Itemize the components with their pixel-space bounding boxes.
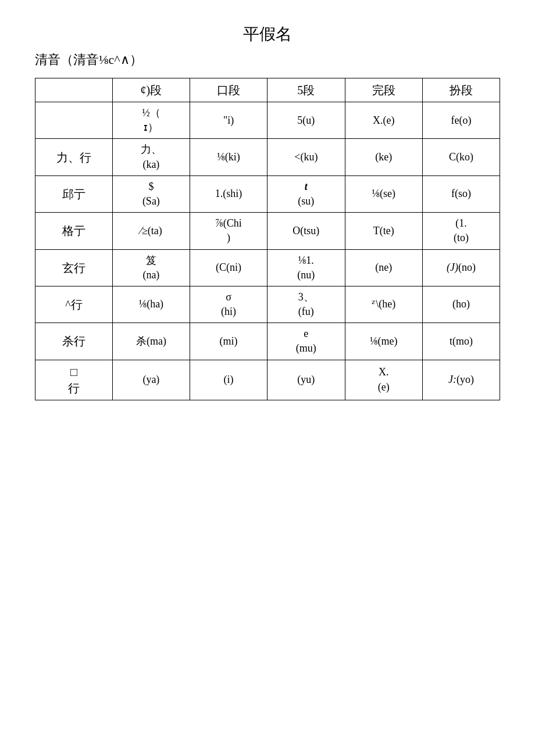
page-title: 平假名 [35, 23, 500, 45]
table-row: 邱亍 $(Sa) 1.(shi) t(su) ⅛(se) f(so) [35, 175, 500, 212]
cell-3-2: O(tsu) [268, 213, 345, 249]
row-header: 邱亍 [35, 175, 113, 212]
cell-4-1: (C(ni) [190, 249, 267, 286]
cell-7-2: (yu) [268, 360, 345, 400]
cell-7-0: (ya) [112, 360, 190, 400]
cell-2-2: t(su) [268, 175, 345, 212]
cell-6-2: e(mu) [268, 323, 345, 360]
cell-6-3: ⅛(me) [345, 323, 422, 360]
cell-0-4: fe(o) [422, 102, 500, 139]
row-header: 玄行 [35, 249, 113, 286]
cell-2-4: f(so) [422, 175, 500, 212]
row-header: □行 [35, 360, 113, 400]
cell-7-4: J:(yo) [422, 360, 500, 400]
cell-4-0: 笈(na) [112, 249, 190, 286]
header-col1: ¢)段 [112, 78, 190, 102]
cell-1-1: ⅛(ki) [190, 139, 267, 175]
cell-5-4: (ho) [422, 286, 500, 323]
header-col3: 5段 [268, 78, 345, 102]
cell-0-1: "i) [190, 102, 267, 139]
cell-4-2: ⅛1.(nu) [268, 249, 345, 286]
cell-5-2: 3、(fu) [268, 286, 345, 323]
cell-1-3: (ke) [345, 139, 422, 175]
header-col4: 完段 [345, 78, 422, 102]
table-row: ½（ɪ） "i) 5(u) X.(e) fe(o) [35, 102, 500, 139]
cell-3-0: ∕≥(ta) [112, 213, 190, 249]
header-col5: 扮段 [422, 78, 500, 102]
cell-3-3: T(te) [345, 213, 422, 249]
cell-7-3: X.(e) [345, 360, 422, 400]
header-row: ¢)段 口段 5段 完段 扮段 [35, 78, 500, 102]
cell-0-3: X.(e) [345, 102, 422, 139]
cell-1-0: 力、(ka) [112, 139, 190, 175]
cell-0-0: ½（ɪ） [112, 102, 190, 139]
row-header: 格亍 [35, 213, 113, 249]
hiragana-table: ¢)段 口段 5段 完段 扮段 ½（ɪ） "i) 5(u) X.(e) fe(o… [35, 78, 500, 400]
header-col0 [35, 78, 113, 102]
cell-1-4: C(ko) [422, 139, 500, 175]
table-row: 力、行 力、(ka) ⅛(ki) <(ku) (ke) C(ko) [35, 139, 500, 175]
table-row: ^行 ⅛(ha) σ(hi) 3、(fu) ᶻ\(he) (ho) [35, 286, 500, 323]
cell-3-1: ⅞(Chi) [190, 213, 267, 249]
cell-5-0: ⅛(ha) [112, 286, 190, 323]
cell-6-0: 杀(ma) [112, 323, 190, 360]
cell-5-1: σ(hi) [190, 286, 267, 323]
row-header [35, 102, 113, 139]
cell-2-1: 1.(shi) [190, 175, 267, 212]
cell-1-2: <(ku) [268, 139, 345, 175]
row-header: 杀行 [35, 323, 113, 360]
header-col2: 口段 [190, 78, 267, 102]
cell-4-4: (J)(no) [422, 249, 500, 286]
cell-4-3: (ne) [345, 249, 422, 286]
table-row: 玄行 笈(na) (C(ni) ⅛1.(nu) (ne) (J)(no) [35, 249, 500, 286]
cell-3-4: (1.(to) [422, 213, 500, 249]
cell-2-3: ⅛(se) [345, 175, 422, 212]
table-row: □行 (ya) (i) (yu) X.(e) J:(yo) [35, 360, 500, 400]
table-row: 格亍 ∕≥(ta) ⅞(Chi) O(tsu) T(te) (1.(to) [35, 213, 500, 249]
row-header: 力、行 [35, 139, 113, 175]
cell-6-1: (mi) [190, 323, 267, 360]
cell-7-1: (i) [190, 360, 267, 400]
cell-0-2: 5(u) [268, 102, 345, 139]
subtitle: 清音（清音⅛c^∧） [35, 51, 500, 69]
cell-5-3: ᶻ\(he) [345, 286, 422, 323]
table-row: 杀行 杀(ma) (mi) e(mu) ⅛(me) t(mo) [35, 323, 500, 360]
row-header: ^行 [35, 286, 113, 323]
cell-2-0: $(Sa) [112, 175, 190, 212]
cell-6-4: t(mo) [422, 323, 500, 360]
